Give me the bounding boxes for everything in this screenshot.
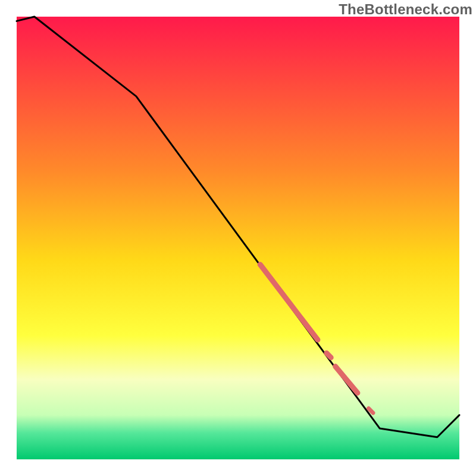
bottleneck-chart	[0, 0, 476, 476]
gradient-background	[17, 17, 459, 459]
chart-stage: TheBottleneck.com	[0, 0, 476, 476]
attribution-text: TheBottleneck.com	[339, 1, 472, 18]
highlight-segment-1	[327, 353, 331, 358]
